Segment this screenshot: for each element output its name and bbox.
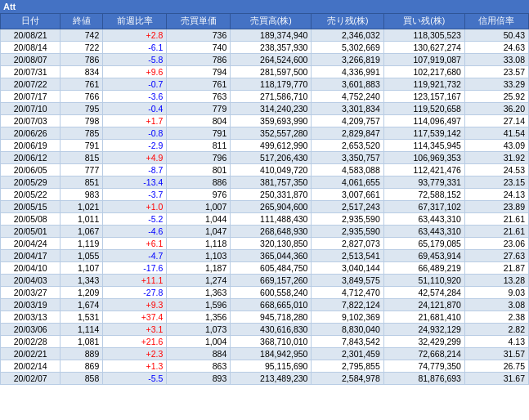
- cell-change: +1.7: [103, 115, 167, 127]
- cell-ratio: 21.87: [464, 262, 528, 275]
- cell-ratio: 31.57: [464, 348, 528, 360]
- cell-ratio: 2.82: [464, 324, 528, 336]
- cell-sell: 2,301,459: [312, 348, 383, 360]
- cell-sell: 4,752,240: [312, 91, 383, 103]
- cell-close: 834: [61, 66, 103, 78]
- cell-ratio: 31.92: [464, 152, 528, 164]
- cell-change: -5.5: [103, 373, 167, 385]
- cell-change: +2.8: [103, 29, 167, 42]
- cell-sell: 3,266,819: [312, 54, 383, 66]
- cell-close: 722: [61, 42, 103, 54]
- cell-change: +37.4: [103, 311, 167, 324]
- cell-price: 801: [167, 164, 231, 176]
- cell-change: -17.6: [103, 262, 167, 275]
- cell-sell: 2,584,978: [312, 373, 383, 385]
- cell-sell: 2,829,847: [312, 127, 383, 140]
- cell-change: -3.6: [103, 91, 167, 103]
- table-row: 20/07/03 798 +1.7 804 359,693,990 4,209,…: [1, 115, 529, 127]
- cell-ratio: 2.38: [464, 311, 528, 324]
- table-row: 20/05/01 1,067 -4.6 1,047 268,648,930 2,…: [1, 226, 529, 238]
- cell-sell: 3,849,575: [312, 275, 383, 287]
- cell-sell: 9,102,369: [312, 311, 383, 324]
- cell-change: -6.1: [103, 42, 167, 54]
- cell-sell: 2,513,541: [312, 250, 383, 262]
- cell-date: 20/04/24: [1, 238, 61, 250]
- cell-price: 884: [167, 348, 231, 360]
- col-price: 売買単価: [167, 14, 231, 29]
- cell-price: 791: [167, 127, 231, 140]
- cell-buy: 63,443,310: [383, 213, 464, 226]
- header-bar: Att: [0, 0, 529, 13]
- cell-ratio: 23.89: [464, 201, 528, 213]
- cell-volume: 118,179,770: [231, 78, 312, 91]
- cell-buy: 21,681,410: [383, 311, 464, 324]
- cell-price: 794: [167, 66, 231, 78]
- cell-sell: 2,517,243: [312, 201, 383, 213]
- cell-sell: 3,301,834: [312, 103, 383, 115]
- cell-buy: 72,588,152: [383, 189, 464, 201]
- cell-buy: 63,443,310: [383, 226, 464, 238]
- cell-date: 20/02/07: [1, 373, 61, 385]
- cell-ratio: 13.28: [464, 275, 528, 287]
- cell-volume: 410,049,720: [231, 164, 312, 176]
- cell-ratio: 41.54: [464, 127, 528, 140]
- cell-buy: 72,668,214: [383, 348, 464, 360]
- table-row: 20/08/07 786 -5.8 786 264,524,600 3,266,…: [1, 54, 529, 66]
- cell-date: 20/06/26: [1, 127, 61, 140]
- cell-volume: 669,157,260: [231, 275, 312, 287]
- cell-price: 1,274: [167, 275, 231, 287]
- cell-close: 1,674: [61, 299, 103, 311]
- cell-change: -0.8: [103, 127, 167, 140]
- cell-change: +6.1: [103, 238, 167, 250]
- cell-volume: 95,115,690: [231, 360, 312, 373]
- cell-price: 976: [167, 189, 231, 201]
- cell-price: 779: [167, 103, 231, 115]
- col-ratio: 信用倍率: [464, 14, 528, 29]
- cell-price: 1,118: [167, 238, 231, 250]
- cell-buy: 102,217,680: [383, 66, 464, 78]
- cell-buy: 117,539,142: [383, 127, 464, 140]
- cell-close: 777: [61, 164, 103, 176]
- cell-buy: 51,110,920: [383, 275, 464, 287]
- table-row: 20/03/19 1,674 +9.3 1,596 668,665,010 7,…: [1, 299, 529, 311]
- cell-change: +3.1: [103, 324, 167, 336]
- table-row: 20/04/10 1,107 -17.6 1,187 605,484,750 3…: [1, 262, 529, 275]
- cell-ratio: 31.67: [464, 373, 528, 385]
- cell-close: 1,114: [61, 324, 103, 336]
- cell-close: 1,119: [61, 238, 103, 250]
- cell-close: 791: [61, 140, 103, 152]
- table-row: 20/04/24 1,119 +6.1 1,118 320,130,850 2,…: [1, 238, 529, 250]
- cell-ratio: 25.92: [464, 91, 528, 103]
- cell-change: -0.7: [103, 78, 167, 91]
- cell-close: 858: [61, 373, 103, 385]
- cell-sell: 2,935,590: [312, 213, 383, 226]
- cell-change: -3.7: [103, 189, 167, 201]
- cell-volume: 238,357,930: [231, 42, 312, 54]
- cell-close: 815: [61, 152, 103, 164]
- table-row: 20/06/19 791 -2.9 811 499,612,990 2,653,…: [1, 140, 529, 152]
- cell-close: 1,081: [61, 336, 103, 348]
- cell-close: 1,209: [61, 287, 103, 299]
- cell-buy: 93,779,331: [383, 176, 464, 189]
- cell-volume: 268,648,930: [231, 226, 312, 238]
- cell-buy: 123,157,167: [383, 91, 464, 103]
- cell-price: 804: [167, 115, 231, 127]
- cell-buy: 24,121,870: [383, 299, 464, 311]
- cell-price: 1,004: [167, 336, 231, 348]
- cell-date: 20/04/10: [1, 262, 61, 275]
- cell-volume: 381,757,350: [231, 176, 312, 189]
- cell-buy: 130,627,274: [383, 42, 464, 54]
- cell-change: -5.2: [103, 213, 167, 226]
- cell-close: 1,067: [61, 226, 103, 238]
- cell-ratio: 23.06: [464, 238, 528, 250]
- cell-close: 889: [61, 348, 103, 360]
- cell-sell: 3,007,661: [312, 189, 383, 201]
- table-row: 20/06/12 815 +4.9 796 517,206,430 3,350,…: [1, 152, 529, 164]
- cell-volume: 365,044,360: [231, 250, 312, 262]
- cell-volume: 352,557,280: [231, 127, 312, 140]
- cell-sell: 4,336,991: [312, 66, 383, 78]
- cell-ratio: 43.09: [464, 140, 528, 152]
- cell-ratio: 24.63: [464, 42, 528, 54]
- cell-change: -0.4: [103, 103, 167, 115]
- cell-price: 736: [167, 29, 231, 42]
